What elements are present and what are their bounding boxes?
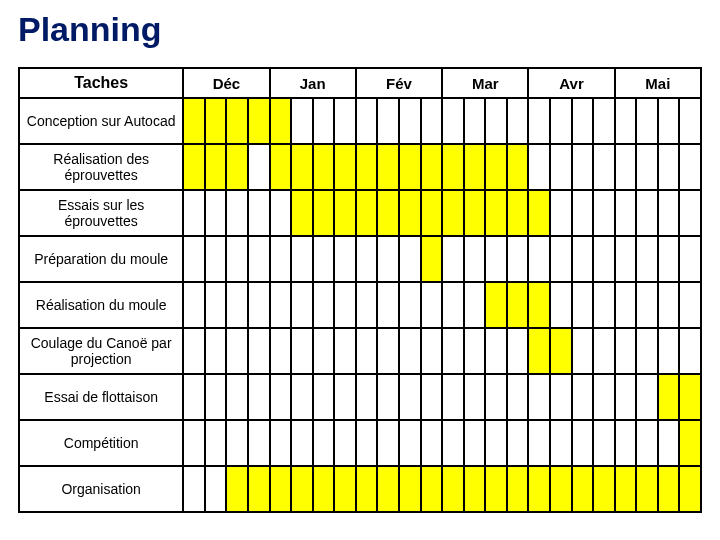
- gantt-cell: [464, 466, 486, 512]
- gantt-cell: [205, 190, 227, 236]
- task-label: Préparation du moule: [19, 236, 183, 282]
- month-header: Mai: [615, 68, 701, 98]
- gantt-cell: [226, 190, 248, 236]
- gantt-cell: [485, 374, 507, 420]
- gantt-cell: [334, 420, 356, 466]
- gantt-cell: [421, 374, 443, 420]
- gantt-cell: [377, 420, 399, 466]
- gantt-cell: [679, 466, 701, 512]
- gantt-cell: [442, 98, 464, 144]
- gantt-cell: [464, 374, 486, 420]
- table-row: Réalisation des éprouvettes: [19, 144, 701, 190]
- gantt-cell: [593, 466, 615, 512]
- gantt-cell: [658, 328, 680, 374]
- gantt-cell: [356, 282, 378, 328]
- gantt-cell: [528, 420, 550, 466]
- gantt-cell: [442, 144, 464, 190]
- gantt-cell: [572, 328, 594, 374]
- gantt-cell: [313, 466, 335, 512]
- gantt-cell: [485, 144, 507, 190]
- gantt-cell: [485, 282, 507, 328]
- gantt-cell: [356, 374, 378, 420]
- gantt-cell: [421, 190, 443, 236]
- gantt-cell: [550, 374, 572, 420]
- task-label: Essais sur les éprouvettes: [19, 190, 183, 236]
- gantt-cell: [399, 374, 421, 420]
- gantt-cell: [270, 328, 292, 374]
- gantt-cell: [658, 420, 680, 466]
- gantt-cell: [615, 466, 637, 512]
- gantt-cell: [334, 190, 356, 236]
- gantt-cell: [399, 282, 421, 328]
- gantt-cell: [205, 236, 227, 282]
- gantt-cell: [528, 466, 550, 512]
- gantt-cell: [572, 236, 594, 282]
- gantt-cell: [248, 374, 270, 420]
- gantt-cell: [442, 190, 464, 236]
- gantt-cell: [442, 328, 464, 374]
- gantt-cell: [615, 282, 637, 328]
- gantt-cell: [615, 98, 637, 144]
- gantt-cell: [658, 374, 680, 420]
- gantt-cell: [334, 374, 356, 420]
- gantt-cell: [572, 98, 594, 144]
- gantt-cell: [399, 236, 421, 282]
- gantt-cell: [593, 374, 615, 420]
- gantt-cell: [464, 98, 486, 144]
- gantt-cell: [550, 98, 572, 144]
- gantt-cell: [291, 374, 313, 420]
- table-row: Essais sur les éprouvettes: [19, 190, 701, 236]
- tasks-header: Taches: [19, 68, 183, 98]
- gantt-cell: [226, 328, 248, 374]
- gantt-cell: [636, 328, 658, 374]
- gantt-cell: [356, 98, 378, 144]
- gantt-cell: [356, 144, 378, 190]
- gantt-cell: [377, 236, 399, 282]
- gantt-cell: [636, 466, 658, 512]
- table-row: Organisation: [19, 466, 701, 512]
- gantt-cell: [464, 328, 486, 374]
- gantt-cell: [270, 374, 292, 420]
- gantt-cell: [658, 190, 680, 236]
- gantt-cell: [226, 144, 248, 190]
- gantt-cell: [421, 98, 443, 144]
- gantt-cell: [550, 190, 572, 236]
- gantt-cell: [270, 144, 292, 190]
- gantt-cell: [399, 144, 421, 190]
- gantt-cell: [183, 420, 205, 466]
- table-row: Essai de flottaison: [19, 374, 701, 420]
- gantt-cell: [636, 236, 658, 282]
- gantt-cell: [550, 466, 572, 512]
- gantt-cell: [248, 236, 270, 282]
- gantt-cell: [226, 282, 248, 328]
- gantt-cell: [270, 190, 292, 236]
- gantt-cell: [464, 144, 486, 190]
- gantt-cell: [485, 236, 507, 282]
- gantt-cell: [291, 98, 313, 144]
- gantt-cell: [658, 236, 680, 282]
- gantt-cell: [572, 420, 594, 466]
- gantt-cell: [679, 282, 701, 328]
- gantt-cell: [615, 190, 637, 236]
- gantt-cell: [183, 282, 205, 328]
- gantt-cell: [421, 236, 443, 282]
- gantt-cell: [485, 420, 507, 466]
- gantt-cell: [356, 420, 378, 466]
- gantt-cell: [615, 420, 637, 466]
- gantt-cell: [679, 328, 701, 374]
- gantt-cell: [205, 98, 227, 144]
- gantt-cell: [636, 98, 658, 144]
- gantt-cell: [528, 98, 550, 144]
- gantt-cell: [226, 236, 248, 282]
- gantt-cell: [313, 328, 335, 374]
- gantt-cell: [615, 144, 637, 190]
- gantt-cell: [593, 282, 615, 328]
- gantt-cell: [528, 282, 550, 328]
- gantt-cell: [572, 466, 594, 512]
- gantt-cell: [679, 144, 701, 190]
- gantt-cell: [507, 328, 529, 374]
- gantt-cell: [313, 420, 335, 466]
- gantt-cell: [421, 282, 443, 328]
- gantt-cell: [485, 190, 507, 236]
- gantt-cell: [442, 374, 464, 420]
